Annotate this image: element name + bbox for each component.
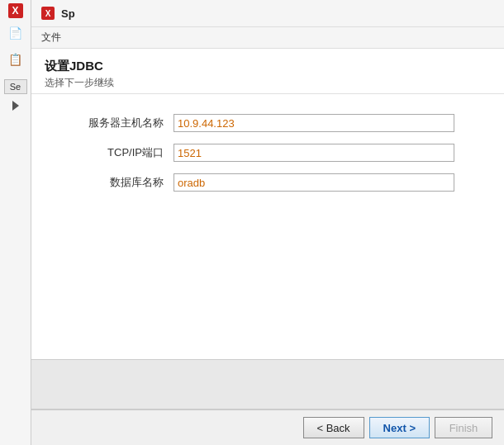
back-button[interactable]: < Back [303,417,364,438]
search-label[interactable]: Se [4,79,27,94]
form-row-db-name: 数据库名称 [81,173,454,192]
title-bar: X Sp [31,0,504,27]
dialog-container: 设置JDBC 选择下一步继续 服务器主机名称 TCP/IP端口 数据库名称 < … [31,49,504,445]
dialog-body: 服务器主机名称 TCP/IP端口 数据库名称 [31,94,504,359]
dialog-subtitle: 选择下一步继续 [45,76,491,90]
file2-icon[interactable]: 📋 [4,48,27,71]
label-db-name: 数据库名称 [81,175,164,190]
form-row-server-host: 服务器主机名称 [81,114,454,132]
dialog-title: 设置JDBC [45,59,491,74]
app-logo-small: X [41,7,55,20]
input-db-name[interactable] [174,173,454,192]
menu-file[interactable]: 文件 [38,29,64,46]
title-bar-text: Sp [61,7,75,20]
file-icon[interactable]: 📄 [4,21,27,45]
next-button[interactable]: Next > [369,417,430,438]
app-logo-icon: X [8,3,23,18]
dialog-header: 设置JDBC 选择下一步继续 [31,49,504,94]
dialog-gray-area [31,359,504,409]
main-content: X Sp 文件 设置JDBC 选择下一步继续 服务器主机名称 TCP/IP端口 … [31,0,504,445]
arrow-icon [12,101,19,111]
input-tcp-port[interactable] [174,144,454,162]
label-tcp-port: TCP/IP端口 [81,145,164,160]
sidebar: X 📄 📋 Se [0,0,31,445]
menu-bar: 文件 [31,27,504,49]
dialog-footer: < Back Next > Finish [31,409,504,445]
titlebar-logo: X [40,5,56,21]
finish-button[interactable]: Finish [435,417,492,438]
form-row-tcp-port: TCP/IP端口 [81,144,454,162]
label-server-host: 服务器主机名称 [81,116,164,130]
input-server-host[interactable] [174,114,454,132]
